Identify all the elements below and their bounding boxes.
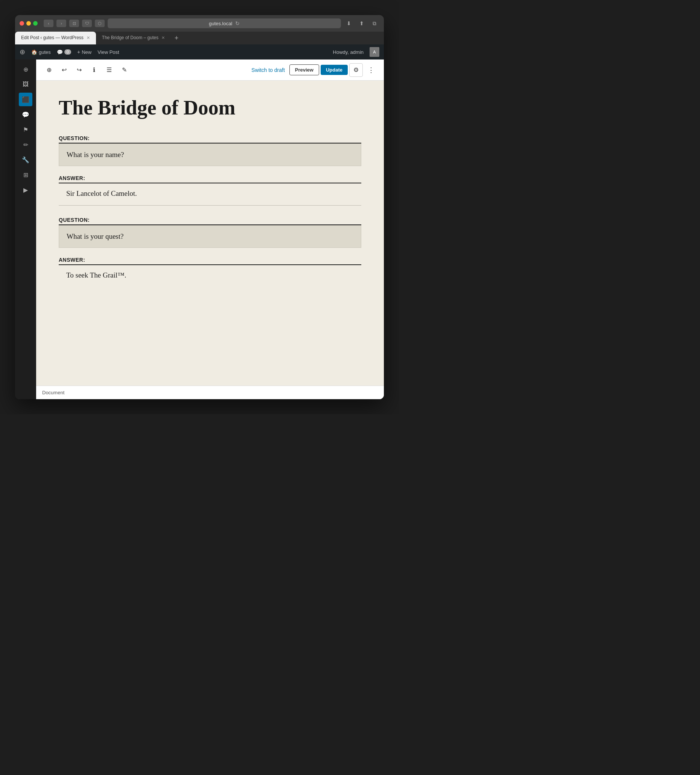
home-icon: 🏠 [31, 49, 37, 55]
redo-button[interactable]: ↪ [72, 63, 86, 77]
document-label: Document [42, 390, 65, 396]
shield-icon: 🛡 [82, 20, 92, 27]
refresh-button[interactable]: ↻ [235, 20, 240, 27]
tab-edit-post-close[interactable]: ✕ [86, 35, 90, 40]
sidebar-item-play[interactable]: ▶ [19, 183, 32, 196]
sidebar-item-logo[interactable]: ⊕ [19, 63, 32, 76]
qa-block-1: QUESTION: What is your name? ANSWER: Sir… [59, 135, 361, 206]
info-button[interactable]: ℹ [87, 63, 101, 77]
sidebar-item-flag[interactable]: ⚑ [19, 123, 32, 136]
undo-button[interactable]: ↩ [57, 63, 71, 77]
question-label-2: QUESTION: [59, 217, 361, 225]
admin-bar-home[interactable]: 🏠 gutes [31, 49, 51, 55]
answer-text-2: To seek The Grail™. [59, 265, 361, 281]
wp-logo-icon[interactable]: ⊕ [20, 48, 25, 56]
sidebar-item-tools[interactable]: 🔧 [19, 153, 32, 166]
close-button[interactable] [20, 21, 24, 26]
sidebar-item-edit[interactable]: ✏ [19, 138, 32, 151]
tab-bridge-doom[interactable]: The Bridge of Doom – gutes ✕ [96, 32, 171, 45]
wp-admin-bar: ⊕ 🏠 gutes 💬 0 + New View Post Howdy, adm… [15, 45, 384, 60]
tab-bridge-doom-close[interactable]: ✕ [161, 35, 165, 40]
tools-button[interactable]: ✎ [118, 63, 131, 77]
browser-window: ‹ › ⊡ 🛡 ⬡ gutes.local ↻ ⬇ ⬆ ⧉ Edit Post … [15, 15, 384, 399]
question-box-2[interactable]: What is your quest? [59, 225, 361, 248]
comments-icon: 💬 [57, 49, 63, 55]
home-label: gutes [39, 49, 51, 55]
tab-bridge-doom-label: The Bridge of Doom – gutes [102, 35, 158, 40]
switch-to-draft-button[interactable]: Switch to draft [249, 67, 288, 73]
tab-edit-post[interactable]: Edit Post ‹ gutes — WordPress ✕ [15, 32, 96, 45]
answer-label-2: ANSWER: [59, 257, 361, 265]
admin-bar-new[interactable]: + New [77, 49, 91, 55]
minimize-button[interactable] [27, 21, 31, 26]
editor-content: ⊕ ↩ ↪ ℹ ☰ ✎ Switch to draft Preview Upda… [36, 60, 384, 399]
document-panel: Document [36, 386, 384, 399]
question-text-1: What is your name? [66, 151, 124, 158]
post-title[interactable]: The Bridge of Doom [59, 96, 361, 120]
post-editor[interactable]: The Bridge of Doom QUESTION: What is you… [36, 81, 384, 386]
url-bar[interactable]: gutes.local ↻ [108, 18, 341, 28]
answer-text-1: Sir Lancelot of Camelot. [59, 183, 361, 199]
traffic-lights [20, 21, 38, 26]
add-block-button[interactable]: ⊕ [42, 63, 56, 77]
sidebar: ⊕ 🖼 ⬛ 💬 ⚑ ✏ 🔧 ⊞ ▶ [15, 60, 36, 399]
answer-divider-1 [59, 205, 361, 206]
answer-label-1: ANSWER: [59, 175, 361, 183]
plus-icon: + [77, 49, 80, 55]
download-button[interactable]: ⬇ [344, 20, 354, 27]
howdy-label: Howdy, admin [333, 49, 363, 55]
share-button[interactable]: ⬆ [357, 20, 367, 27]
admin-bar-view-post[interactable]: View Post [98, 49, 119, 55]
maximize-button[interactable] [33, 21, 38, 26]
admin-bar-comments[interactable]: 💬 0 [57, 49, 71, 55]
list-view-button[interactable]: ☰ [102, 63, 116, 77]
sidebar-item-comments[interactable]: 💬 [19, 108, 32, 121]
editor-wrapper: ⊕ 🖼 ⬛ 💬 ⚑ ✏ 🔧 ⊞ ▶ ⊕ ↩ ↪ ℹ ☰ ✎ Switch to … [15, 60, 384, 399]
tabs-button[interactable]: ⧉ [370, 20, 379, 27]
preview-button[interactable]: Preview [289, 65, 319, 75]
gutenberg-toolbar: ⊕ ↩ ↪ ℹ ☰ ✎ Switch to draft Preview Upda… [36, 60, 384, 81]
question-text-2: What is your quest? [66, 232, 123, 240]
sidebar-item-add[interactable]: ⊞ [19, 168, 32, 181]
more-options-button[interactable]: ⋮ [364, 63, 378, 77]
new-tab-button[interactable]: + [171, 32, 182, 45]
comments-count: 0 [65, 49, 71, 55]
sidebar-item-blocks[interactable]: ⬛ [19, 93, 32, 106]
cube-icon: ⬡ [95, 20, 105, 27]
forward-button[interactable]: › [56, 20, 66, 27]
url-text: gutes.local [209, 21, 232, 27]
update-button[interactable]: Update [321, 65, 348, 75]
qa-block-2: QUESTION: What is your quest? ANSWER: To… [59, 217, 361, 281]
question-box-1[interactable]: What is your name? [59, 143, 361, 166]
title-bar: ‹ › ⊡ 🛡 ⬡ gutes.local ↻ ⬇ ⬆ ⧉ [15, 15, 384, 32]
question-label-1: QUESTION: [59, 135, 361, 143]
view-post-label: View Post [98, 49, 119, 55]
sidebar-item-media[interactable]: 🖼 [19, 78, 32, 91]
avatar: A [370, 47, 379, 57]
tabs-bar: Edit Post ‹ gutes — WordPress ✕ The Brid… [15, 32, 384, 45]
back-button[interactable]: ‹ [44, 20, 53, 27]
gear-icon: ⚙ [353, 66, 359, 73]
sidebar-toggle-button[interactable]: ⊡ [69, 20, 79, 27]
tab-edit-post-label: Edit Post ‹ gutes — WordPress [21, 35, 83, 40]
settings-button[interactable]: ⚙ [349, 63, 363, 77]
new-label: New [82, 49, 91, 55]
